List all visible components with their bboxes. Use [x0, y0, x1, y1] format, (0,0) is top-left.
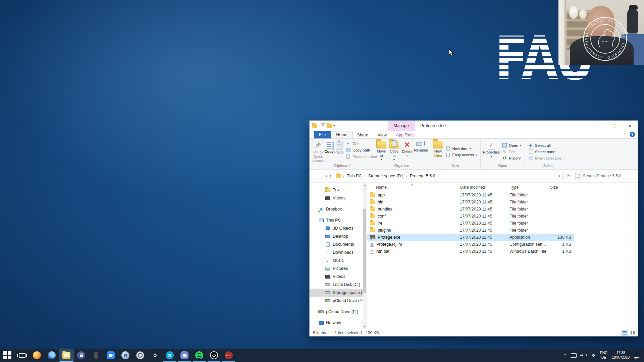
table-row[interactable]: bin17/07/2020 11:45File folder: [367, 198, 574, 205]
tab-view[interactable]: View: [373, 132, 391, 138]
delete-button[interactable]: ✕ Delete▾: [401, 140, 414, 164]
copy-path-button[interactable]: Copy path: [346, 147, 377, 153]
tab-home[interactable]: Home: [331, 131, 352, 138]
close-button[interactable]: ✕: [622, 121, 638, 131]
breadcrumb-item[interactable]: Storage space (D:): [368, 174, 404, 178]
taskbar-button-obs[interactable]: [207, 349, 221, 362]
table-row[interactable]: Protege.exe17/07/2020 11:45Application13…: [367, 234, 574, 241]
sidebar-item-music[interactable]: ♪Music: [310, 256, 367, 264]
recent-locations-chevron-icon[interactable]: ▾: [326, 174, 327, 178]
manage-contextual-tab[interactable]: Manage: [388, 121, 415, 131]
taskbar-button-skype[interactable]: S: [162, 349, 177, 362]
pin-to-quick-access-button[interactable]: Pin to Quick access: [312, 140, 324, 164]
taskbar-button-discord[interactable]: [177, 349, 192, 362]
new-folder-button[interactable]: New folder: [432, 140, 443, 164]
sidebar-item-tux[interactable]: Tux: [310, 186, 367, 194]
rename-button[interactable]: I Rename: [414, 140, 428, 164]
taskbar-button-start[interactable]: [0, 349, 15, 362]
column-header-type[interactable]: Type: [507, 184, 547, 190]
tab-file[interactable]: File: [314, 131, 331, 138]
new-folder-qat-icon[interactable]: [327, 124, 332, 128]
sidebar-scrollbar[interactable]: ▲ ▼: [363, 183, 367, 329]
paste-shortcut-button[interactable]: Paste shortcut: [346, 154, 377, 159]
scroll-down-icon[interactable]: ▼: [363, 324, 367, 329]
taskbar-button-steam[interactable]: [148, 349, 162, 362]
search-input[interactable]: [583, 174, 633, 178]
sidebar-item-downloads[interactable]: ↓Downloads: [310, 248, 367, 256]
minimize-button[interactable]: –: [591, 121, 607, 131]
table-row[interactable]: app17/07/2020 11:45File folder: [367, 191, 574, 198]
taskbar-button-zoom[interactable]: [103, 349, 118, 362]
breadcrumb-item[interactable]: This PC: [347, 174, 362, 178]
properties-qat-icon[interactable]: [321, 123, 325, 128]
breadcrumb-chevron-icon[interactable]: ›: [343, 174, 344, 178]
cut-button[interactable]: ✂ Cut: [346, 141, 377, 146]
tab-share[interactable]: Share: [353, 132, 373, 138]
tray-overflow-chevron-icon[interactable]: ⌃: [564, 353, 567, 358]
table-row[interactable]: plugins17/07/2020 11:45File folder: [367, 227, 574, 234]
table-row[interactable]: run.bat17/07/2020 11:45Windows Batch Fil…: [367, 248, 574, 255]
dropbox-tray-icon[interactable]: ❖: [591, 353, 596, 358]
table-row[interactable]: bundles17/07/2020 11:45File folder: [367, 205, 574, 213]
qat-customize-chevron-icon[interactable]: ▾: [333, 124, 335, 127]
title-bar[interactable]: ▾ Manage Protege-5.5.0 – ▢ ✕: [310, 121, 638, 131]
volume-icon[interactable]: [581, 353, 587, 358]
refresh-button[interactable]: ↻: [565, 172, 573, 180]
table-row[interactable]: conf17/07/2020 11:45File folder: [367, 213, 574, 220]
taskbar-button-pod[interactable]: POD: [221, 349, 236, 362]
edit-button[interactable]: ✎ Edit: [502, 149, 521, 154]
tab-app-tools[interactable]: App Tools: [391, 132, 419, 138]
paste-button[interactable]: Paste: [334, 140, 344, 164]
scroll-up-icon[interactable]: ▲: [363, 183, 367, 187]
taskbar-button-file-explorer[interactable]: [59, 349, 74, 362]
maximize-button[interactable]: ▢: [607, 121, 622, 131]
easy-access-button[interactable]: Easy access▾: [445, 153, 477, 158]
minimize-ribbon-chevron-icon[interactable]: ⌃: [624, 133, 626, 136]
taskbar-button-spotify[interactable]: [192, 349, 207, 362]
search-box[interactable]: [575, 172, 635, 180]
sidebar-item-desktop[interactable]: Desktop: [310, 232, 367, 240]
taskbar-button-robot-app[interactable]: [89, 349, 103, 362]
taskbar-button-emblem-app[interactable]: [133, 349, 148, 362]
address-box[interactable]: ›This PC›Storage space (D:)›Protege-5.5.…: [334, 172, 562, 180]
scrollbar-thumb[interactable]: [363, 209, 366, 293]
table-row[interactable]: jre17/07/2020 11:45File folder: [367, 220, 574, 227]
help-icon[interactable]: ?: [630, 132, 635, 137]
taskbar-button-firefox[interactable]: [30, 349, 44, 362]
action-center-icon[interactable]: [634, 353, 639, 358]
taskbar-button-keepass[interactable]: [74, 349, 89, 362]
select-none-button[interactable]: Select none: [528, 149, 561, 154]
column-header-size[interactable]: Size: [547, 184, 573, 190]
column-header-date-modified[interactable]: Date modified: [457, 184, 507, 190]
open-button[interactable]: Open▾: [502, 143, 521, 148]
sidebar-item-pictures[interactable]: Pictures: [310, 264, 367, 273]
up-icon[interactable]: ↑: [329, 173, 332, 179]
breadcrumb-chevron-icon[interactable]: ›: [406, 174, 407, 178]
sidebar-item-documents[interactable]: Documents: [310, 240, 367, 248]
sidebar-item-storage-space-d[interactable]: Storage space (D: [310, 289, 367, 297]
table-row[interactable]: Protege.l4j.ini17/07/2020 11:45Configura…: [367, 241, 574, 248]
properties-button[interactable]: Properties▾: [483, 140, 500, 164]
sidebar-item-pcloud-drive-p[interactable]: pCloud Drive (P:: [310, 297, 367, 305]
sidebar-item-local-disk-c[interactable]: Local Disk (C:): [310, 281, 367, 289]
sidebar-item-pcloud-drive-p[interactable]: pCloud Drive (P:): [310, 308, 367, 316]
language-indicator[interactable]: ENG DE: [600, 351, 608, 360]
new-item-button[interactable]: New item▾: [445, 146, 477, 151]
copy-to-button[interactable]: Copy to▾: [388, 140, 400, 164]
thumbnails-view-button[interactable]: [629, 330, 636, 336]
back-icon[interactable]: ←: [312, 173, 317, 179]
sidebar-item-3d-objects[interactable]: 3D Objects: [310, 224, 367, 232]
sidebar-item-this-pc[interactable]: This PC: [310, 216, 367, 224]
clock[interactable]: 17:38 18/07/2020: [612, 351, 630, 360]
history-button[interactable]: ↺ History: [502, 156, 521, 161]
address-dropdown-chevron-icon[interactable]: ▾: [558, 174, 560, 178]
invert-selection-button[interactable]: Invert selection: [528, 156, 561, 161]
copy-button[interactable]: Copy: [324, 140, 334, 164]
breadcrumb-item[interactable]: Protege-5.5.0: [410, 174, 435, 178]
details-view-button[interactable]: [621, 330, 628, 336]
sidebar-item-videos[interactable]: Videos: [310, 273, 367, 281]
move-to-button[interactable]: ← Move to▾: [375, 140, 387, 164]
taskbar-button-rstudio[interactable]: R: [118, 349, 133, 362]
sidebar-item-dropbox[interactable]: ❖Dropbox: [310, 205, 367, 213]
select-all-button[interactable]: ✚ Select all: [528, 143, 561, 148]
